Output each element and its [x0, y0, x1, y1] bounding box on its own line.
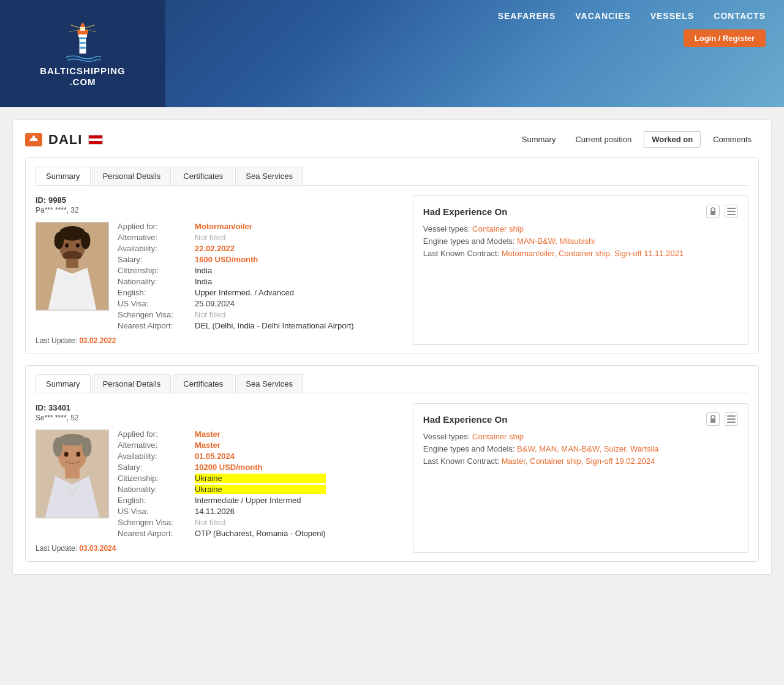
seafarer2-engine: Engine types and Models: B&W, MAN, MAN-B…	[423, 444, 738, 453]
tab-worked-on[interactable]: Worked on	[644, 131, 701, 148]
citizenship-label-1: Citizenship:	[118, 266, 191, 275]
seafarer2-left: ID: 33401 Se*** ****, 52	[36, 403, 403, 553]
nav-links: SEAFARERS VACANCIES VESSELS CONTACTS	[498, 11, 766, 21]
citizenship-value-2: Ukraine	[195, 474, 326, 483]
salary-label-1: Salary:	[118, 255, 191, 264]
schengen-label-2: Schengen Visa:	[118, 518, 191, 527]
ship-icon	[25, 133, 42, 146]
nav-vessels[interactable]: VESSELS	[650, 11, 695, 21]
svg-point-20	[76, 243, 80, 248]
english-value-1: Upper Intermed. / Advanced	[195, 288, 354, 297]
seafarer1-body: ID: 9985 Pa*** ****, 32	[36, 195, 748, 345]
seafarer2-experience: Had Experience On	[413, 403, 748, 553]
svg-rect-36	[727, 415, 736, 417]
main-content: DALI Summary Current position Worked on …	[0, 107, 784, 659]
svg-rect-22	[66, 259, 78, 268]
seafarer2-body: ID: 33401 Se*** ****, 52	[36, 403, 748, 553]
vessel-header-row: DALI Summary Current position Worked on …	[25, 131, 759, 148]
lock-icon-1[interactable]	[706, 205, 720, 218]
menu-icon-2[interactable]	[725, 412, 738, 426]
tab-seafarer1-certificates[interactable]: Certificates	[173, 167, 233, 185]
citizenship-value-1: India	[195, 266, 354, 275]
schengen-value-1: Not filled	[195, 310, 354, 319]
svg-rect-25	[727, 211, 736, 212]
logo-icon	[61, 20, 104, 63]
svg-rect-4	[80, 47, 85, 48]
seafarer1-photo	[36, 222, 109, 311]
airport-value-1: DEL (Delhi, India - Delhi International …	[195, 321, 354, 330]
tab-seafarer2-summary[interactable]: Summary	[36, 374, 91, 393]
seafarer2-last-update: Last Update: 03.03.2024	[36, 544, 403, 553]
tab-seafarer1-summary[interactable]: Summary	[36, 167, 91, 185]
availability-value-1: 22.02.2022	[195, 244, 354, 253]
nav-area: SEAFARERS VACANCIES VESSELS CONTACTS Log…	[165, 0, 784, 47]
nav-seafarers[interactable]: SEAFARERS	[498, 11, 556, 21]
nav-contacts[interactable]: CONTACTS	[714, 11, 766, 21]
seafarer2-exp-icons	[706, 412, 738, 426]
applied-for-value-2: Master	[195, 430, 326, 439]
seafarer1-contract: Last Known Contract: Motorman/oiler, Con…	[423, 249, 738, 258]
svg-point-18	[81, 232, 91, 249]
alternative-label-1: Alternative:	[118, 233, 191, 242]
svg-point-32	[64, 452, 69, 457]
seafarer2-exp-title: Had Experience On	[423, 414, 508, 425]
citizenship-label-2: Citizenship:	[118, 474, 191, 483]
tab-seafarer1-personal-details[interactable]: Personal Details	[92, 167, 172, 185]
seafarer2-photo-details: Applied for: Master Alternative: Master …	[36, 430, 403, 538]
svg-rect-37	[727, 418, 736, 420]
seafarer1-vessel-types: Vessel types: Container ship	[423, 224, 738, 233]
seafarer1-sub: Pa*** ****, 32	[36, 206, 403, 214]
lock-icon-2[interactable]	[706, 412, 720, 426]
tab-summary[interactable]: Summary	[514, 132, 564, 147]
salary-value-1: 1600 USD/month	[195, 255, 354, 264]
applied-for-label-2: Applied for:	[118, 430, 191, 439]
tab-comments[interactable]: Comments	[706, 132, 759, 147]
seafarer2-id: ID: 33401	[36, 403, 403, 412]
seafarer2-photo	[36, 430, 109, 518]
seafarer1-details: Applied for: Motorman/oiler Alternative:…	[118, 222, 354, 330]
nationality-label-1: Nationality:	[118, 277, 191, 286]
availability-label-1: Availability:	[118, 244, 191, 253]
seafarer1-tabs: Summary Personal Details Certificates Se…	[36, 167, 748, 186]
airport-label-1: Nearest Airport:	[118, 321, 191, 330]
tab-seafarer2-sea-services[interactable]: Sea Services	[235, 374, 303, 393]
tab-current-position[interactable]: Current position	[568, 132, 639, 147]
svg-point-31	[82, 437, 92, 456]
salary-label-2: Salary:	[118, 463, 191, 472]
tab-seafarer2-personal-details[interactable]: Personal Details	[92, 374, 172, 393]
vessel-card: DALI Summary Current position Worked on …	[12, 119, 772, 575]
english-label-2: English:	[118, 496, 191, 505]
seafarer1-engine: Engine types and Models: MAN-B&W, Mitsub…	[423, 237, 738, 246]
vessel-flag	[88, 135, 103, 145]
nav-vacancies[interactable]: VACANCIES	[575, 11, 630, 21]
seafarer2-contract: Last Known Contract: Master, Container s…	[423, 456, 738, 466]
alternative-value-1: Not filled	[195, 233, 354, 242]
login-register-button[interactable]: Login / Register	[684, 29, 766, 47]
logo-text: BALTICSHIPPING.COM	[40, 66, 126, 88]
us-visa-label-1: US Visa:	[118, 299, 191, 308]
svg-rect-23	[710, 211, 715, 215]
tab-seafarer2-certificates[interactable]: Certificates	[173, 374, 233, 393]
seafarer2-sub: Se*** ****, 52	[36, 414, 403, 422]
seafarer1-exp-icons	[706, 205, 738, 218]
schengen-label-1: Schengen Visa:	[118, 310, 191, 319]
seafarer1-card: Summary Personal Details Certificates Se…	[25, 157, 759, 354]
salary-value-2: 10200 USD/month	[195, 463, 326, 472]
english-label-1: English:	[118, 288, 191, 297]
menu-icon-1[interactable]	[725, 205, 738, 218]
schengen-value-2: Not filled	[195, 518, 326, 527]
seafarer2-card: Summary Personal Details Certificates Se…	[25, 365, 759, 562]
svg-rect-34	[65, 469, 80, 479]
availability-value-2: 01.05.2024	[195, 452, 326, 461]
vessel-title-box: DALI	[25, 132, 506, 148]
svg-point-33	[76, 452, 80, 457]
header: BALTICSHIPPING.COM SEAFARERS VACANCIES V…	[0, 0, 784, 107]
availability-label-2: Availability:	[118, 452, 191, 461]
applied-for-label-1: Applied for:	[118, 222, 191, 231]
seafarer2-details: Applied for: Master Alternative: Master …	[118, 430, 326, 538]
nationality-value-1: India	[195, 277, 354, 286]
tab-seafarer1-sea-services[interactable]: Sea Services	[235, 167, 303, 185]
svg-rect-13	[33, 135, 34, 137]
seafarer1-left: ID: 9985 Pa*** ****, 32	[36, 195, 403, 345]
logo-area: BALTICSHIPPING.COM	[0, 0, 165, 107]
